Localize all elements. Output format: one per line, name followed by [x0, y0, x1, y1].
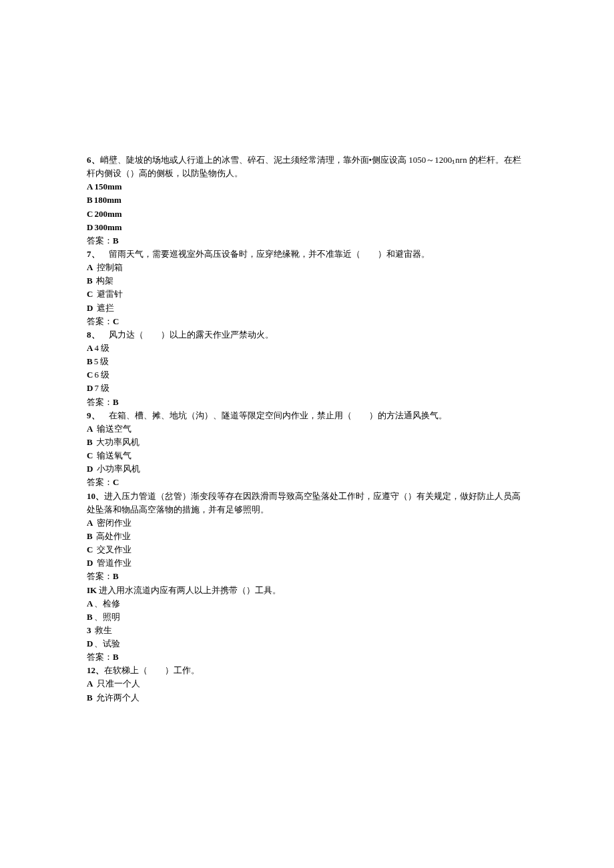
answer-label: 答案：: [87, 571, 113, 581]
answer-label: 答案：: [87, 397, 113, 407]
answer-value: B: [113, 571, 119, 581]
question-number: 6、: [87, 155, 100, 165]
question-text: 在箱、槽、摊、地坑（沟）、隧道等限定空间内作业，禁止用（ ）的方法通风换气。: [100, 410, 447, 420]
option-b: B5 级: [87, 355, 527, 368]
answer-label: 答案：: [87, 316, 113, 326]
option-b: B 大功率风机: [87, 436, 527, 449]
question-text: 峭壁、陡坡的场地或人行道上的冰雪、碎石、泥土须经常清理，靠外面•侧应设高 105…: [87, 155, 521, 178]
option-d: D 遮拦: [87, 302, 527, 315]
question-number: 12、: [87, 665, 104, 675]
option-b: B180mm: [87, 193, 527, 207]
question-number: 10、: [87, 491, 104, 501]
answer-value: B: [113, 236, 119, 246]
option-a: A150mm: [87, 180, 527, 193]
document-page: 6、峭壁、陡坡的场地或人行道上的冰雪、碎石、泥土须经常清理，靠外面•侧应设高 1…: [0, 0, 614, 838]
question-number: 9、: [87, 410, 100, 420]
answer-value: C: [113, 316, 119, 326]
option-b: B、照明: [87, 610, 527, 624]
question-stem: 12、在软梯上（ ）工作。: [87, 664, 527, 677]
option-d: D 管道作业: [87, 556, 527, 570]
option-d: D7 级: [87, 382, 527, 395]
option-c: C200mm: [87, 207, 527, 221]
option-a: A 控制箱: [87, 261, 527, 274]
answer-value: B: [113, 652, 119, 662]
question-text: 风力达（ ）以上的露天作业严禁动火。: [100, 330, 274, 340]
answer-line: 答案：B: [87, 570, 527, 583]
question-stem: 8、 风力达（ ）以上的露天作业严禁动火。: [87, 328, 527, 342]
question-stem: 9、 在箱、槽、摊、地坑（沟）、隧道等限定空间内作业，禁止用（ ）的方法通风换气…: [87, 409, 527, 422]
option-c: C 避雷针: [87, 288, 527, 301]
option-a: A、检修: [87, 597, 527, 610]
question-number: 7、: [87, 249, 100, 259]
answer-label: 答案：: [87, 477, 113, 487]
option-a: A 输送空气: [87, 422, 527, 436]
answer-line: 答案：B: [87, 650, 527, 664]
answer-line: 答案：C: [87, 476, 527, 489]
answer-line: 答案：B: [87, 234, 527, 248]
question-stem: IK 进入用水流道内应有两人以上并携带（）工具。: [87, 584, 527, 597]
option-a: A4 级: [87, 342, 527, 355]
option-c: C 交叉作业: [87, 543, 527, 556]
question-number: 8、: [87, 330, 100, 340]
option-a: A 密闭作业: [87, 516, 527, 530]
option-d: D、试验: [87, 637, 527, 650]
option-b: B 高处作业: [87, 530, 527, 543]
question-text: 留雨天气，需要巡视室外高压设备时，应穿绝缘靴，并不准靠近（ ）和避宙器。: [100, 249, 430, 259]
question-number: IK: [87, 585, 97, 595]
option-b: B 允许两个人: [87, 691, 527, 705]
question-text: 进入压力管道（岔管）渐变段等存在因跌滑而导致高空坠落处工作时，应遵守（）有关规定…: [87, 491, 521, 514]
option-d: D 小功率风机: [87, 462, 527, 476]
option-d: D300mm: [87, 221, 527, 234]
question-text: 在软梯上（ ）工作。: [104, 665, 200, 675]
question-stem: 6、峭壁、陡坡的场地或人行道上的冰雪、碎石、泥土须经常清理，靠外面•侧应设高 1…: [87, 153, 527, 180]
answer-value: C: [113, 477, 119, 487]
option-b: B 构架: [87, 274, 527, 288]
answer-line: 答案：B: [87, 396, 527, 409]
question-text: 进入用水流道内应有两人以上并携带（）工具。: [97, 585, 281, 595]
answer-line: 答案：C: [87, 315, 527, 328]
answer-label: 答案：: [87, 236, 113, 246]
option-c: C6 级: [87, 368, 527, 382]
option-c: 3 救生: [87, 624, 527, 637]
answer-label: 答案：: [87, 652, 113, 662]
option-a: A 只准一个人: [87, 677, 527, 691]
answer-value: B: [113, 397, 119, 407]
option-c: C 输送氧气: [87, 449, 527, 462]
question-stem: 10、进入压力管道（岔管）渐变段等存在因跌滑而导致高空坠落处工作时，应遵守（）有…: [87, 490, 527, 516]
question-stem: 7、 留雨天气，需要巡视室外高压设备时，应穿绝缘靴，并不准靠近（ ）和避宙器。: [87, 248, 527, 261]
